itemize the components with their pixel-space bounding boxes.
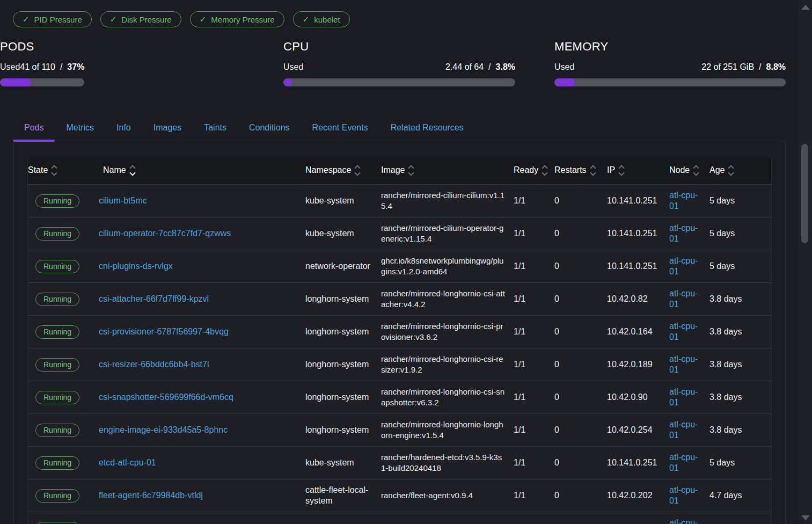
sort-icon[interactable]	[619, 166, 624, 175]
image-cell: rancher/mirrored-cilium-operator-generic…	[377, 219, 509, 249]
restarts-cell: 0	[550, 289, 603, 309]
node-link[interactable]: atl-cpu-01	[669, 322, 698, 341]
node-link[interactable]: atl-cpu-01	[669, 453, 698, 472]
node-link[interactable]: atl-cpu-01	[669, 354, 698, 374]
condition-label: PID Pressure	[34, 15, 82, 24]
image-cell: rancher/mirrored-longhornio-csi-snapshot…	[377, 382, 509, 412]
gauge-amount: 2.44 of 64	[445, 62, 484, 71]
sort-icon[interactable]	[591, 166, 595, 175]
pod-name-link[interactable]: csi-attacher-66f7d7ff99-kpzvl	[99, 294, 209, 303]
tab-label: Images	[153, 123, 181, 133]
tab[interactable]: Recent Events	[301, 114, 379, 141]
ip-cell: 10.42.0.202	[603, 486, 665, 505]
column-header[interactable]: State	[28, 165, 99, 175]
image-cell: rancher/mirrored-longhornio-csi-provisio…	[377, 317, 509, 347]
gauge-used-label: Used	[283, 62, 303, 72]
name-cell: csi-resizer-66bddc6bb4-bst7l	[99, 355, 301, 374]
table-row: Running cilium-operator-7cc87c7fd7-qzwws…	[28, 217, 771, 250]
node-link[interactable]: atl-cpu-01	[669, 420, 698, 440]
tab[interactable]: Metrics	[55, 114, 105, 141]
node-link[interactable]: atl-cpu-01	[669, 518, 698, 524]
name-cell: csi-snapshotter-569699f66d-vm6cq	[99, 388, 301, 407]
column-header[interactable]: IP	[603, 165, 665, 175]
tab[interactable]: Info	[105, 114, 142, 141]
pod-name-link[interactable]: csi-snapshotter-569699f66d-vm6cq	[99, 392, 233, 402]
tab[interactable]: Conditions	[238, 114, 301, 141]
state-cell: Running	[28, 256, 99, 278]
column-header[interactable]: Age	[705, 165, 771, 175]
age-cell: 3.8 days	[705, 420, 771, 440]
column-header[interactable]: Image	[377, 165, 509, 175]
gauge-separator: /	[60, 62, 62, 71]
name-cell: csi-attacher-66f7d7ff99-kpzvl	[99, 289, 301, 309]
sort-icon[interactable]	[355, 166, 360, 175]
state-cell: Running	[28, 288, 99, 310]
tab[interactable]: Pods	[13, 114, 55, 141]
gauge-used-label: Used	[0, 62, 20, 72]
column-header[interactable]: Namespace	[301, 165, 377, 175]
table-row: Running cilium-bt5mc kube-system rancher…	[28, 184, 771, 217]
state-cell: Running	[28, 354, 99, 376]
sort-icon[interactable]	[543, 166, 547, 175]
tab-label: Related Resources	[391, 123, 464, 133]
condition-label: Memory Pressure	[211, 15, 274, 24]
ip-cell: 10.141.0.251	[603, 224, 665, 243]
column-header-label: Node	[669, 165, 690, 175]
sort-down-chevron-icon	[52, 170, 57, 176]
pod-name-link[interactable]: csi-resizer-66bddc6bb4-bst7l	[99, 360, 209, 369]
pod-name-link[interactable]: engine-image-ei-933d45a5-8phnc	[99, 425, 228, 434]
status-badge: Running	[35, 391, 79, 404]
state-cell: Running	[28, 321, 99, 343]
pod-name-link[interactable]: fleet-agent-6c79984db-vtldj	[99, 491, 203, 500]
restarts-cell: 0	[550, 322, 603, 341]
node-link[interactable]: atl-cpu-01	[669, 289, 698, 309]
scrollbar-thumb[interactable]	[801, 144, 808, 243]
sort-icon[interactable]	[409, 166, 413, 175]
pod-name-link[interactable]: cilium-operator-7cc87c7fd7-qzwws	[99, 229, 231, 238]
age-cell: 3.8 days	[705, 388, 771, 407]
pod-name-link[interactable]: etcd-atl-cpu-01	[99, 458, 156, 467]
node-cell: atl-cpu-01	[665, 448, 705, 478]
sort-down-chevron-icon	[728, 170, 734, 176]
image-cell: rancher/hardened-etcd:v3.5.9-k3s1-build2…	[377, 448, 509, 478]
condition-label: kubelet	[314, 15, 340, 24]
node-link[interactable]: atl-cpu-01	[669, 485, 698, 505]
sort-icon[interactable]	[52, 166, 56, 175]
status-badge: Running	[35, 522, 79, 524]
node-link[interactable]: atl-cpu-01	[669, 256, 698, 276]
image-cell: rancher/fleet-agent:v0.9.4	[377, 486, 509, 505]
column-header[interactable]: Name	[99, 165, 301, 175]
sort-icon[interactable]	[130, 166, 135, 175]
pod-name-link[interactable]: cilium-bt5mc	[99, 196, 147, 205]
condition-badge: ✓ kubelet	[293, 11, 350, 27]
node-link[interactable]: atl-cpu-01	[669, 191, 698, 210]
resource-gauge: MEMORY Used 22 of 251 GiB/8.8%	[554, 40, 786, 86]
image-cell: rancher/mirrored-longhornio-csi-attacher…	[377, 284, 509, 314]
tab[interactable]: Images	[142, 114, 193, 141]
sort-icon[interactable]	[729, 166, 733, 175]
tab[interactable]: Taints	[193, 114, 238, 141]
node-cell: atl-cpu-01	[665, 186, 705, 216]
page-scrollbar[interactable]	[799, 0, 812, 524]
scroll-up-arrow-icon[interactable]	[801, 5, 810, 10]
node-link[interactable]: atl-cpu-01	[669, 223, 698, 243]
node-link[interactable]: atl-cpu-01	[669, 387, 698, 407]
scroll-down-arrow-icon[interactable]	[801, 515, 810, 520]
age-cell: 5 days	[705, 257, 771, 276]
table-row: Running nvcr.io/nvidia/gpu-operator:v2 a…	[28, 512, 771, 524]
pod-name-link[interactable]: cni-plugins-ds-rvlgx	[99, 261, 173, 271]
tab[interactable]: Related Resources	[379, 114, 475, 141]
restarts-cell: 0	[550, 257, 603, 276]
state-cell: Running	[28, 387, 99, 409]
gauge-title: PODS	[0, 40, 84, 54]
state-cell: Running	[28, 518, 99, 524]
ready-cell: 1/1	[509, 486, 550, 505]
sort-icon[interactable]	[694, 166, 698, 175]
column-header[interactable]: Ready	[509, 165, 550, 175]
column-header[interactable]: Node	[665, 165, 705, 175]
state-cell: Running	[28, 223, 99, 245]
age-cell: 3.8 days	[705, 322, 771, 341]
pod-name-link[interactable]: csi-provisioner-6787f56997-4bvqg	[99, 327, 229, 336]
tab-label: Taints	[204, 123, 226, 133]
column-header[interactable]: Restarts	[550, 165, 603, 175]
